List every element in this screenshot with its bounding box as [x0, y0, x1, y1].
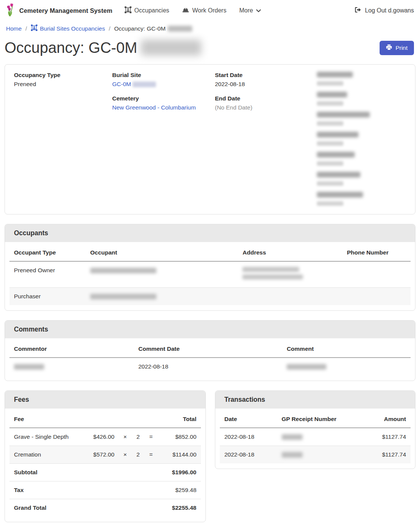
page-header: Occupancy: GC-0M Print	[0, 38, 420, 64]
occupancy-type-value: Preneed	[14, 81, 112, 88]
fee-total-cell: $1144.00	[157, 446, 201, 464]
fees-header-row: Fee Total	[9, 411, 201, 428]
fee-times-cell: ×	[119, 446, 131, 464]
nav-work-orders-label: Work Orders	[192, 7, 226, 14]
field-occupancy-type: Occupancy Type Preneed	[14, 72, 112, 88]
occupancy-frame-icon	[125, 6, 131, 15]
transactions-table: Date GP Receipt Number Amount 2022-08-18…	[220, 411, 411, 463]
col-total: Total	[157, 411, 201, 428]
occupants-table: Occupant Type Occupant Address Phone Num…	[9, 244, 411, 305]
fees-transactions-row: Fees Fee Total Grave - Single Depth $426…	[5, 390, 415, 522]
nav-occupancies[interactable]: Occupancies	[125, 6, 170, 15]
table-row: Preneed Owner	[9, 261, 411, 288]
transactions-card-title: Transactions	[215, 391, 415, 409]
details-col-3: Start Date 2022-08-18 End Date (No End D…	[215, 72, 317, 212]
table-row: Cremation $572.00 × 2 = $1144.00	[9, 446, 201, 464]
commentor-cell	[9, 358, 134, 375]
comments-table: Commentor Comment Date Comment 2022-08-1…	[9, 341, 411, 375]
details-col-4-redacted	[317, 72, 406, 212]
grand-total-value: $2255.48	[157, 499, 201, 517]
col-address: Address	[238, 244, 342, 261]
table-row: 2022-08-18	[9, 358, 411, 375]
printer-icon	[386, 44, 392, 52]
redacted-field	[317, 92, 406, 106]
occupants-header-row: Occupant Type Occupant Address Phone Num…	[9, 244, 411, 261]
redacted-text	[141, 40, 201, 56]
transaction-date-cell: 2022-08-18	[220, 446, 277, 464]
breadcrumb-home[interactable]: Home	[6, 25, 22, 32]
top-navbar: Cemetery Management System Occupancies	[0, 0, 420, 21]
redacted-field	[317, 192, 406, 206]
col-amount: Amount	[357, 411, 411, 428]
col-commentor: Commentor	[9, 341, 134, 358]
comments-card-title: Comments	[5, 321, 415, 338]
occupants-card: Occupants Occupant Type Occupant Address…	[5, 224, 415, 311]
col-occupant-type: Occupant Type	[9, 244, 86, 261]
field-cemetery: Cemetery New Greenwood - Columbarium	[112, 95, 215, 111]
transaction-amount-cell: $1127.74	[357, 428, 411, 446]
col-phone-number: Phone Number	[342, 244, 411, 261]
page-title: Occupancy: GC-0M	[5, 39, 201, 57]
comments-header-row: Commentor Comment Date Comment	[9, 341, 411, 358]
logout-button[interactable]: Log Out d.gowans	[355, 7, 414, 14]
main-nav: Occupancies Work Orders More	[125, 6, 261, 15]
occupant-address-cell	[238, 288, 342, 305]
cemetery-link[interactable]: New Greenwood - Columbarium	[112, 104, 196, 111]
occupant-address-cell	[238, 261, 342, 288]
gp-receipt-cell	[277, 446, 357, 464]
logout-icon	[355, 7, 361, 14]
comments-card: Comments Commentor Comment Date Comment …	[5, 320, 415, 381]
breadcrumb-burial-sites-occupancies[interactable]: Burial Sites Occupancies	[31, 25, 105, 32]
occupancy-frame-icon	[31, 25, 37, 32]
breadcrumb-separator: /	[109, 25, 110, 32]
redacted-text	[133, 82, 156, 87]
occupancy-details-card: Occupancy Type Preneed Burial Site GC-0M…	[5, 64, 415, 214]
tulip-logo-icon	[6, 3, 16, 18]
fee-quantity-cell: 2	[131, 428, 145, 446]
start-date-value: 2022-08-18	[215, 81, 317, 88]
fees-card-title: Fees	[5, 391, 205, 409]
col-date: Date	[220, 411, 277, 428]
nav-work-orders[interactable]: Work Orders	[182, 7, 226, 15]
fee-equals-cell: =	[145, 446, 157, 464]
start-date-label: Start Date	[215, 72, 317, 79]
table-row: Purchaser	[9, 288, 411, 305]
col-gp-receipt-number: GP Receipt Number	[277, 411, 357, 428]
gp-receipt-cell	[277, 428, 357, 446]
grand-total-row: Grand Total $2255.48	[9, 499, 201, 517]
occupant-type-cell: Preneed Owner	[9, 261, 86, 288]
redacted-field	[317, 152, 406, 166]
redacted-field	[317, 112, 406, 126]
fee-equals-cell: =	[145, 428, 157, 446]
app-title: Cemetery Management System	[19, 7, 113, 14]
burial-site-label: Burial Site	[112, 72, 215, 79]
cemetery-value: New Greenwood - Columbarium	[112, 104, 215, 111]
field-start-date: Start Date 2022-08-18	[215, 72, 317, 88]
print-button[interactable]: Print	[380, 41, 414, 55]
table-row: 2022-08-18 $1127.74	[220, 428, 411, 446]
fee-unit-price-cell: $426.00	[86, 428, 119, 446]
print-button-label: Print	[395, 45, 408, 51]
nav-more[interactable]: More	[239, 7, 261, 14]
burial-site-link[interactable]: GC-0M	[112, 81, 131, 87]
details-col-2: Burial Site GC-0M Cemetery New Greenwood…	[112, 72, 215, 212]
details-col-1: Occupancy Type Preneed	[14, 72, 112, 212]
subtotal-label: Subtotal	[9, 464, 86, 481]
subtotal-value: $1996.00	[157, 464, 201, 481]
occupant-phone-cell	[342, 261, 411, 288]
occupant-phone-cell	[342, 288, 411, 305]
transactions-card: Transactions Date GP Receipt Number Amou…	[215, 390, 415, 469]
comment-date-cell: 2022-08-18	[134, 358, 282, 375]
tax-row: Tax $259.48	[9, 481, 201, 499]
grand-total-label: Grand Total	[9, 499, 86, 517]
hard-hat-icon	[182, 7, 189, 15]
fees-table: Fee Total Grave - Single Depth $426.00 ×…	[9, 411, 201, 517]
nav-more-label: More	[239, 7, 253, 14]
burial-site-value: GC-0M	[112, 81, 215, 88]
breadcrumb-current: Occupancy: GC-0M	[114, 25, 192, 32]
occupant-name-cell	[86, 261, 238, 288]
end-date-value: (No End Date)	[215, 104, 317, 111]
transaction-amount-cell: $1127.74	[357, 446, 411, 464]
occupant-type-cell: Purchaser	[9, 288, 86, 305]
redacted-field	[317, 172, 406, 186]
